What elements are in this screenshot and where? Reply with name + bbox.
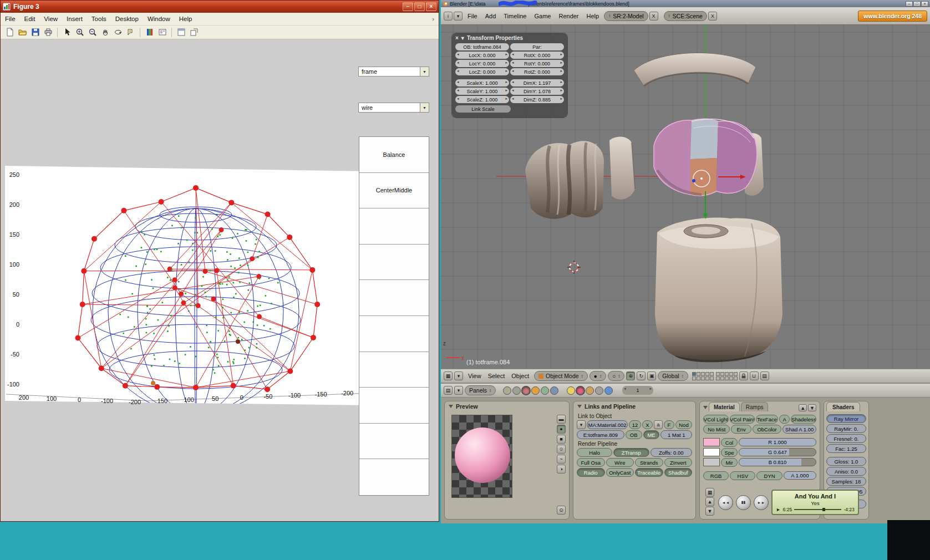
pointer-icon[interactable] [61,27,73,38]
toggle-obcolor[interactable]: ObColor [753,425,782,434]
close-button[interactable]: × [921,1,928,7]
scale-field-1[interactable]: ScaleY: 1.000 [455,88,509,95]
previous-track-button[interactable]: ◄◄ [718,495,733,510]
layer-buttons[interactable] [692,372,738,380]
button-mir[interactable]: Mir [721,458,738,467]
dropdown-arrow-icon[interactable]: ▼ [420,67,429,76]
material-unlink-button[interactable]: X [642,420,653,429]
material-users-button[interactable]: 12 [629,420,641,429]
menu-desktop[interactable]: Desktop [111,14,143,24]
tab-material[interactable]: Material [709,402,740,411]
menu-game[interactable]: Game [530,11,555,21]
autoname-icon[interactable]: a [654,420,663,429]
toggle-zoffs-0-00[interactable]: Zoffs: 0.00 [651,448,693,457]
list-button-empty-8[interactable] [359,424,429,460]
layer-16[interactable] [716,376,720,380]
layer-10[interactable] [710,376,714,380]
radiosity-icon[interactable] [595,386,603,395]
field-gloss-1-0[interactable]: Gloss: 1.0 [826,457,866,466]
menu-view[interactable]: View [465,371,485,380]
layer-19[interactable] [729,376,733,380]
layer-8[interactable] [701,376,705,380]
color-swatch-mir[interactable] [703,458,720,466]
list-button-empty-5[interactable] [359,316,429,352]
wire-dropdown[interactable]: wire ▼ [358,103,429,113]
layer-9[interactable] [705,376,709,380]
manipulator-scale-icon[interactable]: ▣ [647,371,656,380]
preview-hair-icon[interactable]: ~ [557,455,566,464]
toggle-radio[interactable]: Radio [577,468,605,477]
collapse-menus-icon[interactable]: ▾ [454,371,463,380]
open-file-icon[interactable] [17,27,28,38]
color-swatch-spe[interactable] [703,448,720,456]
tab-shaders[interactable]: Shaders [826,402,860,411]
color-swatch-col[interactable] [703,438,720,446]
snap-magnet-icon[interactable]: ⊔ [750,371,759,380]
zoom-out-icon[interactable] [87,27,98,38]
mesh-left-blocks[interactable] [525,141,604,218]
editing-icon[interactable] [541,386,549,395]
button-col[interactable]: Col [721,438,738,447]
menu-object[interactable]: Object [508,371,532,380]
menu-help[interactable]: Help [175,14,197,24]
field-fac-1-25[interactable]: Fac: 1.25 [826,444,866,453]
texture-icon[interactable] [586,386,594,395]
toggle-halo[interactable]: Halo [577,448,612,457]
button-hsv[interactable]: HSV [730,471,755,480]
layer-7[interactable] [697,376,700,380]
preview-zoom-icon[interactable]: ⊙ [557,506,566,515]
dim-field-1[interactable]: DimY: 1.078 [510,88,564,95]
layer-14[interactable] [729,372,733,376]
world-icon[interactable] [604,386,613,395]
layer-2[interactable] [697,372,700,376]
preview-cube-icon[interactable]: ■ [557,435,566,444]
slider-mir[interactable]: B 0.810 [739,458,816,466]
editor-type-icon[interactable]: ▦ [444,371,453,380]
toggle-zinvert[interactable]: ZInvert [664,458,693,467]
toggle-shadbuf[interactable]: Shadbuf [664,468,693,477]
toggle-no-mist[interactable]: No Mist [703,425,730,434]
seek-bar[interactable] [794,509,841,510]
layer-5[interactable] [710,372,714,376]
menu-window[interactable]: Window [143,14,175,24]
field-aniso-0-0[interactable]: Aniso: 0.0 [826,467,866,476]
panel-collapse-icon[interactable] [703,406,708,409]
shading-icon[interactable] [522,386,530,395]
layer-6[interactable] [692,376,696,380]
toggle-vcol-paint[interactable]: VCol Paint [730,415,755,424]
orientation-dropdown[interactable]: Global ↕ [658,371,688,381]
toggle-onlycast[interactable]: OnlyCast [606,468,634,477]
rotate-3d-icon[interactable] [112,27,124,38]
layer-15[interactable] [734,372,738,376]
undock-figure-icon[interactable] [188,27,200,38]
transform-properties-panel[interactable]: × ▾ Transform Properties OB: totframe.08… [452,33,567,118]
layer-18[interactable] [725,376,729,380]
selected-object-totframe[interactable] [654,119,757,196]
slider-alpha[interactable]: A 1.000 [784,471,816,480]
pan-icon[interactable] [99,27,111,38]
material-icon[interactable] [576,386,585,395]
me-button[interactable]: ME [643,430,660,439]
screen-selector[interactable]: ↕ SR:2-Model [604,11,648,21]
material-slot-field[interactable]: 1 Mat 1 [660,430,692,439]
material-browse-icon[interactable]: ▾ [577,420,586,429]
save-icon[interactable] [29,27,41,38]
draw-mode-dropdown[interactable]: ● ↕ [589,371,606,381]
paste-material-icon[interactable]: ▼ [808,404,816,411]
menu-view[interactable]: View [39,14,62,24]
toggle-wire[interactable]: Wire [606,458,634,467]
menu-select[interactable]: Select [485,371,509,380]
menu-edit[interactable]: Edit [20,14,40,24]
dim-field-2[interactable]: DimZ: 0.885 [510,96,564,103]
link-scale-button[interactable]: Link Scale [455,105,511,113]
layer-11[interactable] [716,372,720,376]
rot-field-0[interactable]: RotX: 0.000 [510,52,564,59]
scene-icon[interactable] [550,386,558,395]
dropdown-arrow-icon[interactable]: ▼ [420,103,429,112]
window-type-icon[interactable]: i [444,12,453,21]
layer-17[interactable] [720,376,724,380]
lamp-icon[interactable] [567,386,575,395]
restore-button[interactable]: □ [913,1,921,7]
layer-13[interactable] [725,372,729,376]
ob-name-field[interactable]: OB: totframe.084 [455,43,509,50]
